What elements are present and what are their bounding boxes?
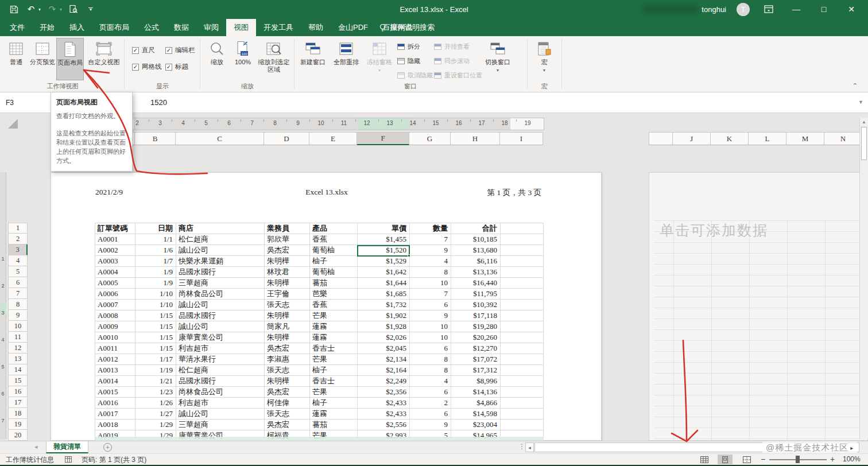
table-cell[interactable]: 1/6 (135, 245, 176, 256)
table-cell[interactable]: 李淑惠 (265, 354, 310, 365)
formula-input[interactable]: 1520 (150, 92, 167, 112)
table-cell[interactable] (501, 343, 544, 354)
table-cell[interactable]: 1/19 (135, 365, 176, 376)
row-header-1[interactable]: 1 (8, 223, 28, 234)
formula-bar-checkbox[interactable]: ✓编辑栏 (165, 46, 195, 55)
qat-customize-icon[interactable]: ▾ (85, 3, 96, 15)
custom-views-button[interactable]: 自定义视图 (86, 38, 122, 80)
ruler-checkbox[interactable]: ✓直尺 (132, 46, 155, 55)
avatar[interactable]: T (737, 3, 750, 16)
table-cell[interactable]: 1/7 (135, 256, 176, 267)
hide-button[interactable]: 隐藏 (397, 55, 420, 67)
table-cell[interactable]: 1/27 (135, 409, 176, 420)
table-cell[interactable]: 10 (410, 332, 451, 343)
table-cell[interactable]: $20,260 (451, 332, 501, 343)
scroll-up-icon[interactable]: ▲ (862, 119, 866, 125)
table-cell[interactable]: $13,136 (451, 267, 501, 278)
table-cell[interactable]: 柯佳偉 (265, 398, 310, 409)
zoom-level[interactable]: 100% (843, 455, 861, 463)
ribbon-tab-1[interactable]: 开始 (32, 19, 62, 36)
table-cell[interactable]: 柚子 (310, 398, 358, 409)
table-cell[interactable]: 三華超商 (176, 278, 265, 289)
table-cell[interactable]: $12,270 (451, 343, 501, 354)
table-cell[interactable]: $8,996 (451, 376, 501, 387)
page-header-pagenum[interactable]: 第 1 页，共 3 页 (487, 188, 542, 198)
ribbon-tab-10[interactable]: 金山PDF (331, 19, 375, 36)
table-cell[interactable]: 朱明樺 (265, 278, 310, 289)
table-cell[interactable]: A0018 (95, 420, 135, 430)
table-cell[interactable]: 1/23 (135, 387, 176, 398)
fill-handle[interactable] (408, 254, 410, 257)
table-cell[interactable]: 尚林食品公司 (176, 289, 265, 300)
table-cell[interactable]: 吳杰宏 (265, 343, 310, 354)
table-cell[interactable] (501, 245, 544, 256)
table-cell[interactable]: 品國水國行 (176, 376, 265, 387)
table-header-cell[interactable]: 產品 (310, 223, 358, 234)
table-cell[interactable]: 2 (410, 398, 451, 409)
table-cell[interactable]: 9 (410, 245, 451, 256)
table-cell[interactable]: A0010 (95, 332, 135, 343)
table-cell[interactable]: 張天志 (265, 409, 310, 420)
undo-dropdown-icon[interactable]: ▾ (38, 7, 41, 12)
zoom-out-button[interactable]: − (761, 455, 765, 464)
table-cell[interactable]: 10 (410, 278, 451, 289)
table-cell[interactable]: 1/15 (135, 343, 176, 354)
table-cell[interactable] (501, 354, 544, 365)
table-cell[interactable]: 誠山公司 (176, 409, 265, 420)
table-cell[interactable]: $1,928 (358, 321, 410, 332)
table-cell[interactable]: 利吉超市 (176, 343, 265, 354)
table-cell[interactable]: 6 (410, 343, 451, 354)
table-cell[interactable]: A0015 (95, 387, 135, 398)
table-cell[interactable] (501, 420, 544, 430)
zoom-in-button[interactable]: + (830, 455, 835, 464)
table-cell[interactable]: 7 (410, 289, 451, 300)
row-header-15[interactable]: 15 (8, 375, 28, 386)
table-cell[interactable]: 芭樂 (310, 289, 358, 300)
row-header-3[interactable]: 3 (8, 244, 28, 255)
table-cell[interactable]: 品國水國行 (176, 310, 265, 321)
table-cell[interactable]: 朱明樺 (265, 332, 310, 343)
table-cell[interactable]: $2,249 (358, 376, 410, 387)
row-header-8[interactable]: 8 (8, 299, 28, 310)
table-cell[interactable]: A0014 (95, 376, 135, 387)
headings-checkbox[interactable]: ✓标题 (165, 63, 188, 71)
row-header-4[interactable]: 4 (8, 255, 28, 266)
gridlines-checkbox[interactable]: ✓网格线 (132, 63, 162, 71)
row-header-20[interactable]: 20 (8, 430, 28, 441)
zoom-to-selection-button[interactable]: 缩放到选定区域 (256, 38, 292, 80)
table-cell[interactable]: A0001 (95, 234, 135, 245)
table-cell[interactable]: 8 (410, 365, 451, 376)
column-header-L[interactable]: L (749, 132, 786, 145)
table-cell[interactable]: 康華實業公司 (176, 332, 265, 343)
table-cell[interactable]: $1,529 (358, 256, 410, 267)
row-header-7[interactable]: 7 (8, 288, 28, 299)
table-cell[interactable]: 張天志 (265, 365, 310, 376)
ribbon-tab-7[interactable]: 视图 (226, 19, 256, 36)
table-cell[interactable]: 三華超商 (176, 420, 265, 430)
table-cell[interactable] (501, 234, 544, 245)
table-cell[interactable]: 6 (410, 387, 451, 398)
arrange-all-button[interactable]: 全部重排 (331, 38, 362, 80)
table-cell[interactable]: $2,045 (358, 343, 410, 354)
user-name[interactable]: tonghui (702, 5, 726, 14)
undo-button[interactable]: ↶ (25, 3, 37, 15)
table-cell[interactable]: $1,642 (358, 267, 410, 278)
table-cell[interactable]: A0012 (95, 354, 135, 365)
table-header-cell[interactable]: 訂單號碼 (95, 223, 135, 234)
table-cell[interactable]: $2,556 (358, 420, 410, 430)
table-cell[interactable]: 6 (410, 300, 451, 310)
table-cell[interactable]: 朱明樺 (265, 376, 310, 387)
status-view-page-break-button[interactable] (739, 455, 754, 464)
table-cell[interactable]: $17,312 (451, 365, 501, 376)
table-cell[interactable]: 蓮霧 (310, 332, 358, 343)
table-cell[interactable]: 簡家凡 (265, 321, 310, 332)
formula-bar-expand-icon[interactable]: ▼ (858, 99, 863, 105)
row-header-16[interactable]: 16 (8, 386, 28, 397)
print-preview-icon[interactable] (68, 3, 79, 15)
table-cell[interactable]: 1/26 (135, 398, 176, 409)
table-cell[interactable]: $6,116 (451, 256, 501, 267)
sheet-nav-left-icon[interactable]: ◂ (34, 443, 38, 451)
ribbon-tab-4[interactable]: 公式 (137, 19, 166, 36)
scrollbar-resize-handle[interactable]: ⋮ (518, 442, 525, 451)
status-view-page-layout-button[interactable] (718, 455, 733, 464)
